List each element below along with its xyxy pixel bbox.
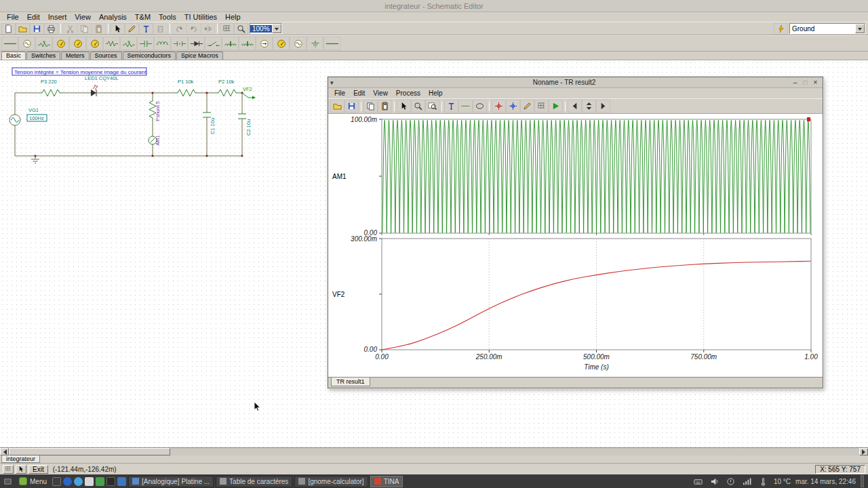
zoom-tool-button[interactable] [234, 23, 248, 35]
component-potentiometer-button[interactable] [35, 37, 52, 50]
component-ground-button[interactable] [307, 37, 323, 50]
scrollbar-thumb[interactable] [9, 448, 170, 455]
p2-resistor[interactable]: P2 10k [216, 79, 239, 96]
component-ammeter-button[interactable] [69, 37, 86, 50]
menu-insert[interactable]: Insert [44, 13, 71, 22]
component-battery-button[interactable] [171, 37, 188, 50]
p1-resistor[interactable]: P1 10k [175, 79, 198, 96]
tab-tr-result1[interactable]: TR result1 [331, 378, 370, 386]
save-file-button[interactable] [30, 23, 44, 35]
temperature-tray-icon[interactable] [757, 476, 769, 487]
result-pointer-button[interactable] [397, 100, 411, 113]
show-desktop-edge-button[interactable] [861, 475, 864, 487]
schematic-note[interactable]: Tension intégrée = Tension moyenne image… [12, 68, 146, 75]
clock-label[interactable]: mar. 14 mars, 22:46 [795, 478, 856, 485]
taskbar-window-calculator[interactable]: [gnome-calculator] [294, 476, 368, 487]
component-jumper-button[interactable] [323, 37, 340, 50]
status-grid-button[interactable] [3, 465, 14, 474]
menu-file[interactable]: File [3, 13, 23, 22]
zoom-in-button[interactable] [411, 100, 425, 113]
taskbar-window-tina[interactable]: TINA [370, 476, 403, 487]
sheet-tab-integrateur[interactable]: integrateur [1, 455, 40, 463]
result-menu-process[interactable]: Process [392, 89, 425, 98]
cursor-b-button[interactable] [506, 100, 520, 113]
tab-spice-macros[interactable]: Spice Macros [176, 52, 223, 60]
mirror-button[interactable] [201, 23, 215, 35]
c1-capacitor[interactable]: C1 10u [203, 113, 216, 134]
menu-tm[interactable]: T&M [131, 13, 155, 22]
web-app-launcher-icon[interactable] [74, 477, 83, 486]
exit-button[interactable]: Exit [28, 465, 48, 474]
print-button[interactable] [44, 23, 58, 35]
cursor-a-button[interactable] [492, 100, 506, 113]
curve-spinner-button[interactable] [582, 100, 596, 113]
network-tray-icon[interactable] [741, 476, 753, 487]
component-voltage-source-button[interactable] [18, 37, 35, 50]
vf2-output-pin[interactable]: VF2 [242, 86, 256, 100]
wire-net[interactable] [15, 93, 242, 159]
zoom-window-button[interactable] [425, 100, 439, 113]
result-menu-file[interactable]: File [330, 89, 349, 98]
zoom-dropdown-icon[interactable] [272, 24, 281, 33]
component-transformer-button[interactable] [239, 37, 256, 50]
ellipse-tool-button[interactable] [473, 100, 487, 113]
component-wattmeter-button[interactable] [86, 37, 103, 50]
component-resistor-button[interactable] [103, 37, 120, 50]
terminal-launcher-icon[interactable] [52, 477, 61, 486]
tab-meters[interactable]: Meters [61, 52, 90, 60]
rotate-right-button[interactable] [186, 23, 201, 35]
open-file-button[interactable] [16, 23, 30, 35]
volume-tray-icon[interactable] [709, 476, 720, 487]
next-curve-button[interactable] [596, 100, 610, 113]
new-file-button[interactable] [1, 23, 16, 35]
cut-button[interactable] [63, 23, 77, 35]
tr-result-window[interactable]: ▾ Noname - TR result2 – □ × File Edit Vi… [328, 77, 823, 388]
tab-sources[interactable]: Sources [90, 52, 122, 60]
scroll-right-button[interactable] [859, 448, 868, 455]
component-current-source-button[interactable] [256, 37, 273, 50]
scroll-left-button[interactable] [0, 448, 9, 455]
result-save-button[interactable] [344, 100, 359, 113]
component-selector-dropdown-icon[interactable] [855, 24, 865, 33]
close-button[interactable]: × [810, 78, 821, 87]
maximize-button[interactable]: □ [800, 78, 810, 87]
component-generator-button[interactable] [290, 37, 307, 50]
window-menu-icon[interactable]: ▾ [330, 79, 338, 86]
result-menu-edit[interactable]: Edit [349, 89, 369, 98]
menu-help[interactable]: Help [221, 13, 245, 22]
result-open-button[interactable] [330, 100, 344, 113]
rotate-left-button[interactable] [172, 23, 186, 35]
menu-analysis[interactable]: Analysis [95, 13, 131, 22]
taskbar-window-charmap[interactable]: Table de caractères [216, 476, 292, 487]
browser-launcher-icon[interactable] [63, 477, 72, 486]
component-ohmmeter-button[interactable] [273, 37, 290, 50]
tab-switches[interactable]: Switches [26, 52, 60, 60]
component-switch-button[interactable] [205, 37, 222, 50]
select-tool-button[interactable] [111, 23, 125, 35]
previous-curve-button[interactable] [568, 100, 582, 113]
component-voltmeter-button[interactable] [52, 37, 69, 50]
component-trimmer-button[interactable] [120, 37, 137, 50]
result-copy-button[interactable] [363, 100, 378, 113]
delete-button[interactable] [153, 23, 167, 35]
annotate-button[interactable] [520, 100, 534, 113]
menu-tools[interactable]: Tools [155, 13, 180, 22]
diagram-area[interactable]: 0.00250.00m500.00m750.00m1.00Time (s)100… [328, 114, 823, 377]
component-capacitor-button[interactable] [137, 37, 154, 50]
main-titlebar[interactable]: integrateur - Schematic Editor [0, 0, 868, 12]
result-text-button[interactable] [444, 100, 458, 113]
status-pointer-button[interactable] [16, 465, 26, 474]
c2-capacitor[interactable]: C2 10u [238, 114, 252, 136]
component-inductor-button[interactable] [154, 37, 171, 50]
autoscale-button[interactable] [534, 100, 549, 113]
result-menu-view[interactable]: View [369, 89, 392, 98]
result-paste-button[interactable] [378, 100, 392, 113]
menu-button[interactable]: Menu [16, 475, 50, 487]
horizontal-scrollbar[interactable] [0, 447, 868, 455]
menu-edit[interactable]: Edit [23, 13, 44, 22]
p3-resistor[interactable]: P3 220 [39, 79, 62, 96]
tab-semiconductors[interactable]: Semiconductors [123, 52, 176, 60]
result-menu-help[interactable]: Help [425, 89, 447, 98]
show-desktop-button[interactable] [2, 476, 14, 487]
result-titlebar[interactable]: ▾ Noname - TR result2 – □ × [328, 77, 823, 88]
